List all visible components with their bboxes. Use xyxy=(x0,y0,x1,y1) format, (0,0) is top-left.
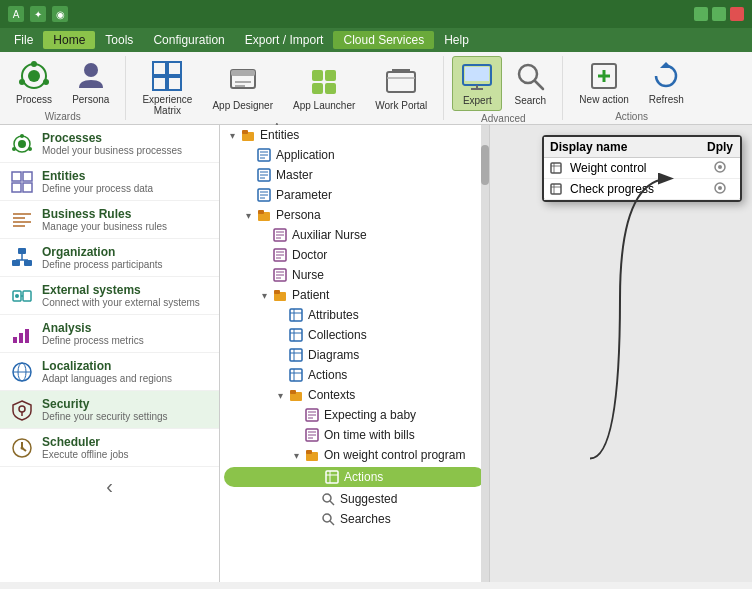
expander-searches xyxy=(304,511,320,527)
tree-panel: ▾ Entities Application Master xyxy=(220,125,490,582)
menu-cloud-services[interactable]: Cloud Services xyxy=(333,31,434,49)
tree-item-actions[interactable]: Actions xyxy=(224,467,485,487)
title-icon-2: ✦ xyxy=(30,6,46,22)
expander-patient[interactable]: ▾ xyxy=(256,287,272,303)
expander-persona[interactable]: ▾ xyxy=(240,207,256,223)
external-systems-subtitle: Connect with your external systems xyxy=(42,297,200,308)
sidebar-item-processes[interactable]: Processes Model your business processes xyxy=(0,125,219,163)
close-btn[interactable] xyxy=(730,7,744,21)
tree-item-persona[interactable]: ▾ Persona xyxy=(220,205,489,225)
sidebar-back[interactable]: ‹ xyxy=(0,467,219,506)
menu-export-import[interactable]: Export / Import xyxy=(235,31,334,49)
tree-label-aux-nurse: Auxiliar Nurse xyxy=(292,228,367,242)
ribbon-btn-expert[interactable]: Expert xyxy=(452,56,502,111)
ribbon-btn-app-designer[interactable]: App Designer xyxy=(204,62,281,115)
sidebar-item-business-rules[interactable]: Business Rules Manage your business rule… xyxy=(0,201,219,239)
external-systems-text: External systems Connect with your exter… xyxy=(42,283,200,308)
svg-rect-18 xyxy=(387,72,415,92)
popup-row-check-progress[interactable]: Check progress xyxy=(544,179,740,200)
business-rules-subtitle: Manage your business rules xyxy=(42,221,167,232)
tree-item-patient[interactable]: ▾ Patient xyxy=(220,285,489,305)
tree-item-attributes[interactable]: Attributes xyxy=(220,305,489,325)
sidebar-item-entities[interactable]: Entities Define your process data xyxy=(0,163,219,201)
tree-item-expecting-baby[interactable]: Expecting a baby xyxy=(220,405,489,425)
menu-file[interactable]: File xyxy=(4,31,43,49)
business-rules-title: Business Rules xyxy=(42,207,167,221)
sidebar-item-scheduler[interactable]: Scheduler Execute offline jobs xyxy=(0,429,219,467)
expander-on-weight-control[interactable]: ▾ xyxy=(288,447,304,463)
folder-icon-patient xyxy=(272,287,288,303)
expander-contexts[interactable]: ▾ xyxy=(272,387,288,403)
processes-text: Processes Model your business processes xyxy=(42,131,182,156)
table-icon-actions xyxy=(324,469,340,485)
sidebar-item-external-systems[interactable]: External systems Connect with your exter… xyxy=(0,277,219,315)
back-arrow-icon[interactable]: ‹ xyxy=(106,475,113,498)
tree-item-on-weight-control[interactable]: ▾ On weight control program xyxy=(220,445,489,465)
tree-item-on-time-bills[interactable]: On time with bills xyxy=(220,425,489,445)
minimize-btn[interactable] xyxy=(694,7,708,21)
menu-tools[interactable]: Tools xyxy=(95,31,143,49)
tree-label-doctor: Doctor xyxy=(292,248,327,262)
tree-item-collections[interactable]: Collections xyxy=(220,325,489,345)
ribbon-btn-experience-matrix[interactable]: Experience Matrix xyxy=(134,56,200,120)
tree-item-diagrams[interactable]: Diagrams xyxy=(220,345,489,365)
expander-entities[interactable]: ▾ xyxy=(224,127,240,143)
app-designer-label: App Designer xyxy=(212,100,273,111)
tree-item-contexts[interactable]: ▾ Contexts xyxy=(220,385,489,405)
sidebar-item-localization[interactable]: Localization Adapt languages and regions xyxy=(0,353,219,391)
expert-icon xyxy=(461,61,493,93)
ribbon-btn-search[interactable]: Search xyxy=(506,57,554,110)
ribbon-btn-work-portal[interactable]: Work Portal xyxy=(367,62,435,115)
table-icon-attributes xyxy=(288,307,304,323)
sidebar-item-organization[interactable]: Organization Define process participants xyxy=(0,239,219,277)
processes-subtitle: Model your business processes xyxy=(42,145,182,156)
main-area: Processes Model your business processes … xyxy=(0,125,752,582)
menu-home[interactable]: Home xyxy=(43,31,95,49)
tree-item-nurse[interactable]: Nurse xyxy=(220,265,489,285)
svg-rect-54 xyxy=(25,329,29,343)
ribbon-btn-persona[interactable]: Persona xyxy=(64,56,117,109)
title-bar: A ✦ ◉ xyxy=(0,0,752,28)
sidebar-item-security[interactable]: Security Define your security settings xyxy=(0,391,219,429)
tree-item-actions-patient[interactable]: Actions xyxy=(220,365,489,385)
refresh-label: Refresh xyxy=(649,94,684,105)
popup-row-weight-control[interactable]: Weight control xyxy=(544,158,740,179)
ribbon-btn-refresh[interactable]: Refresh xyxy=(641,56,692,109)
svg-rect-65 xyxy=(242,130,248,134)
menu-bar: File Home Tools Configuration Export / I… xyxy=(0,28,752,52)
organization-title: Organization xyxy=(42,245,163,259)
svg-rect-43 xyxy=(18,248,26,254)
ribbon-btn-new-action[interactable]: New action xyxy=(571,56,636,109)
tree-scrollbar[interactable] xyxy=(481,125,489,582)
persona-icon xyxy=(75,60,107,92)
svg-line-25 xyxy=(535,81,543,89)
analysis-subtitle: Define process metrics xyxy=(42,335,144,346)
svg-line-122 xyxy=(330,501,334,505)
expander-doctor xyxy=(256,247,272,263)
tree-item-auxiliar-nurse[interactable]: Auxiliar Nurse xyxy=(220,225,489,245)
experience-matrix-icon xyxy=(151,60,183,92)
ribbon-btn-app-launcher[interactable]: App Launcher xyxy=(285,62,363,115)
tree-item-master[interactable]: Master xyxy=(220,165,489,185)
tree-item-parameter[interactable]: Parameter xyxy=(220,185,489,205)
tree-item-searches[interactable]: Searches xyxy=(220,509,489,529)
tree-item-entities[interactable]: ▾ Entities xyxy=(220,125,489,145)
menu-help[interactable]: Help xyxy=(434,31,479,49)
menu-configuration[interactable]: Configuration xyxy=(143,31,234,49)
popup-table: Display name Dply Weight control Check p… xyxy=(542,135,742,202)
localization-title: Localization xyxy=(42,359,172,373)
tree-item-application[interactable]: Application xyxy=(220,145,489,165)
business-rules-text: Business Rules Manage your business rule… xyxy=(42,207,167,232)
tree-item-suggested[interactable]: Suggested xyxy=(220,489,489,509)
svg-rect-117 xyxy=(306,450,312,454)
maximize-btn[interactable] xyxy=(712,7,726,21)
expander-on-time-bills xyxy=(288,427,304,443)
ribbon-btn-process[interactable]: Process xyxy=(8,56,60,109)
sidebar-item-analysis[interactable]: Analysis Define process metrics xyxy=(0,315,219,353)
tree-scrollbar-thumb[interactable] xyxy=(481,145,489,185)
wizards-group-label: Wizards xyxy=(45,111,81,122)
row-dply-weight-control xyxy=(700,160,740,177)
tree-item-doctor[interactable]: Doctor xyxy=(220,245,489,265)
localization-icon xyxy=(10,360,34,384)
folder-icon-contexts xyxy=(288,387,304,403)
